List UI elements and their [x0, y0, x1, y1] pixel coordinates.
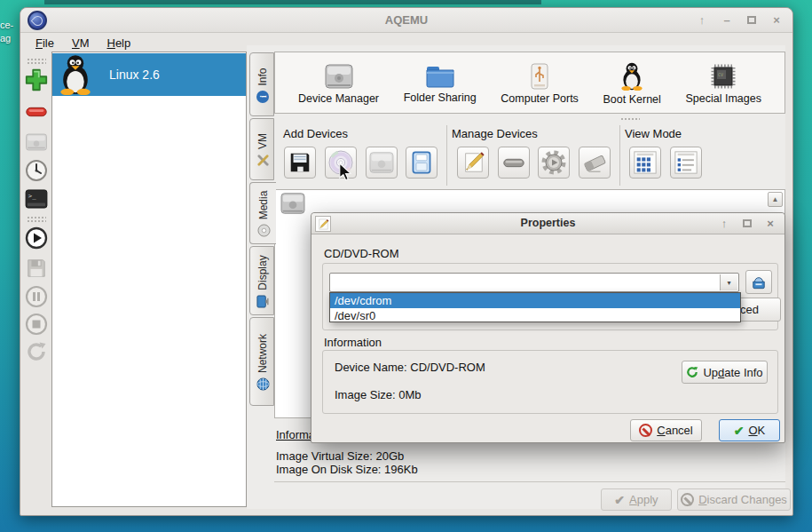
maximize-icon: [743, 219, 752, 227]
tab-media-active[interactable]: Media: [249, 182, 276, 244]
maximize-icon: [747, 16, 756, 24]
add-devices-title: Add Devices: [283, 127, 348, 140]
toolbar-drag-handle[interactable]: [620, 117, 640, 122]
disk-browse-icon: [751, 275, 767, 290]
boot-kernel-button[interactable]: Boot Kernel: [603, 62, 661, 106]
vm-list[interactable]: Linux 2.6: [51, 52, 247, 507]
check-icon: ✔: [614, 493, 625, 507]
media-top-toolbar: Device Manager Folder Sharing Computer P…: [274, 52, 785, 114]
monitor-console-button[interactable]: >_: [23, 186, 50, 212]
combobox-dropdown-button[interactable]: ▾: [720, 274, 737, 290]
menu-vm[interactable]: VM: [64, 36, 98, 51]
vm-devices-button[interactable]: [23, 129, 50, 155]
clock-icon: [25, 159, 48, 182]
tab-network-label: Network: [256, 334, 269, 373]
reset-vm-button[interactable]: [23, 338, 50, 365]
scroll-up-button[interactable]: ▲: [768, 192, 783, 207]
cancel-button[interactable]: Cancel: [630, 419, 702, 441]
dialog-maximize-button[interactable]: [740, 216, 754, 230]
vm-name: Linux 2.6: [109, 67, 160, 82]
globe-icon: [256, 377, 270, 391]
close-button[interactable]: ×: [769, 12, 784, 27]
clear-device-button[interactable]: [579, 147, 611, 179]
minimize-button[interactable]: –: [720, 12, 734, 27]
apply-button[interactable]: ✔ Apply: [601, 488, 672, 511]
cd-icon: [257, 224, 271, 237]
remove-bar-icon: [501, 150, 526, 175]
dialog-title-bar[interactable]: Properties ↑ ×: [311, 213, 784, 234]
image-virtual-size: Image Virtual Size: 20Gb: [276, 449, 404, 463]
scroll-up-arrow: ▲: [772, 195, 779, 203]
dropdown-item-sr0[interactable]: /dev/sr0: [330, 308, 740, 323]
gear-play-icon: [540, 149, 567, 176]
image-disk-size: Image On Disk Size: 196Kb: [276, 463, 418, 476]
toolbar-drag-handle[interactable]: [27, 216, 46, 222]
dialog-close-button[interactable]: ×: [763, 216, 777, 230]
toolbar-drag-handle[interactable]: [27, 58, 46, 64]
discard-changes-button[interactable]: Discard Changes: [677, 488, 791, 511]
refresh-icon: [25, 340, 48, 363]
device-manager-button[interactable]: Device Manager: [298, 63, 379, 105]
delete-vm-button[interactable]: [23, 99, 50, 125]
desktop-background: ce- ag AQEMU ↑ – × File VM Help: [0, 0, 812, 532]
check-icon: ✔: [734, 424, 745, 438]
edit-device-button[interactable]: [457, 147, 489, 179]
add-floppy-button[interactable]: [284, 147, 316, 179]
cdrom-device-combobox[interactable]: ▾: [329, 273, 739, 292]
list-view-button[interactable]: [670, 147, 702, 179]
menu-help[interactable]: Help: [99, 36, 138, 51]
folder-sharing-button[interactable]: Folder Sharing: [404, 64, 477, 104]
ok-button[interactable]: ✔ OK: [719, 419, 780, 441]
vm-list-item-selected[interactable]: Linux 2.6: [52, 53, 246, 96]
menu-file[interactable]: File: [28, 36, 62, 51]
format-device-button[interactable]: [538, 147, 570, 179]
chevron-down-icon: ▾: [727, 279, 730, 287]
device-dropdown-list[interactable]: /dev/cdrom /dev/sr0: [329, 292, 741, 322]
mouse-cursor: [338, 163, 353, 181]
save-floppy-icon: [26, 258, 47, 279]
hard-disk-icon: [25, 132, 48, 152]
stop-vm-button[interactable]: [23, 311, 50, 337]
separator-line: [274, 481, 785, 482]
device-manager-label: Device Manager: [298, 92, 379, 105]
tab-vm[interactable]: VM: [249, 118, 274, 180]
remove-device-button[interactable]: [498, 147, 530, 179]
maximize-button[interactable]: [745, 12, 759, 27]
add-device-button[interactable]: [406, 147, 438, 179]
title-bar[interactable]: AQEMU ↑ – ×: [20, 8, 792, 33]
pause-vm-button[interactable]: [23, 283, 50, 310]
pencil-icon: [461, 150, 485, 175]
no-entry-icon: [639, 424, 652, 437]
device-name-value: Device Name: CD/DVD-ROM: [335, 361, 485, 374]
icon-view-button[interactable]: [629, 147, 661, 179]
save-vm-button[interactable]: [23, 255, 50, 282]
stop-icon: [25, 313, 48, 336]
tab-display[interactable]: Display: [249, 246, 274, 315]
ok-label: OK: [748, 424, 765, 437]
hard-disk-icon: [280, 192, 306, 215]
window-title: AQEMU: [20, 13, 792, 27]
desktop-icon-label-fragment: ag: [0, 33, 11, 44]
apply-label: Apply: [629, 493, 658, 506]
tab-info[interactable]: i Info: [249, 52, 274, 116]
browse-image-button[interactable]: [745, 270, 772, 294]
update-info-button[interactable]: Update Info: [682, 361, 768, 384]
list-view-icon: [674, 150, 698, 175]
properties-dialog: Properties ↑ × CD/DVD-ROM ▾ Advanced: [311, 212, 785, 443]
svg-text:CV: CV: [718, 72, 723, 77]
computer-ports-button[interactable]: Computer Ports: [501, 63, 579, 105]
snapshot-button[interactable]: [23, 157, 50, 184]
shade-button[interactable]: ↑: [695, 12, 709, 27]
chip-icon: CV: [710, 63, 737, 90]
start-vm-button[interactable]: [23, 225, 50, 251]
hard-disk-icon: [368, 151, 395, 174]
add-hdd-button[interactable]: [366, 147, 398, 179]
background-window-edge: [44, 0, 541, 4]
no-entry-icon: [681, 493, 694, 506]
dropdown-item-cdrom[interactable]: /dev/cdrom: [330, 293, 740, 308]
special-images-button[interactable]: CV Special Images: [686, 63, 761, 105]
tab-network[interactable]: Network: [249, 317, 274, 406]
dialog-shade-button[interactable]: ↑: [717, 216, 731, 230]
monitor-icon: [256, 295, 269, 308]
new-vm-button[interactable]: [23, 67, 50, 93]
